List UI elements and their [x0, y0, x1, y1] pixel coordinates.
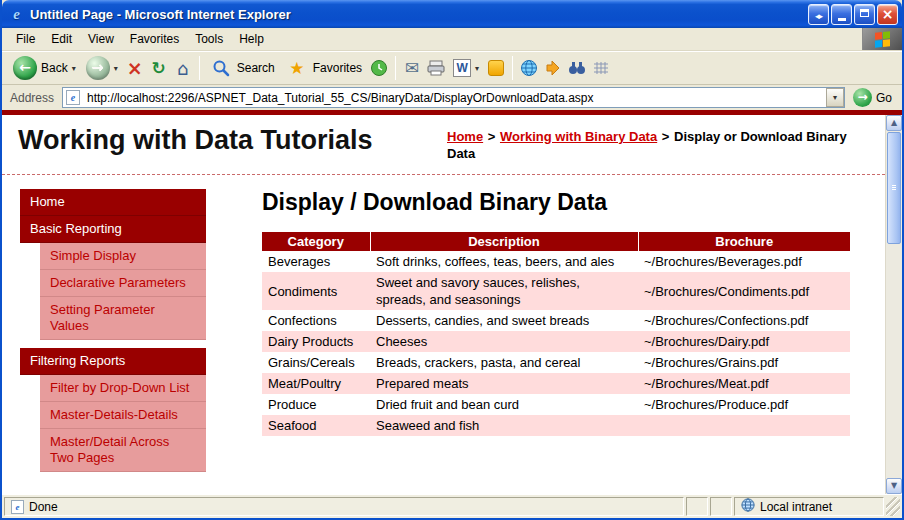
binoculars-button[interactable] — [565, 56, 589, 80]
breadcrumb-link[interactable]: Working with Binary Data — [500, 129, 657, 144]
forward-dropdown-icon[interactable]: ▾ — [114, 64, 118, 73]
search-label: Search — [237, 61, 275, 75]
address-input[interactable] — [62, 87, 845, 108]
menu-bar: FileEditViewFavoritesToolsHelp — [2, 28, 902, 51]
favorites-label: Favorites — [313, 61, 362, 75]
back-button[interactable]: ← Back ▾ — [8, 54, 81, 82]
description-cell: Desserts, candies, and sweet breads — [370, 310, 638, 331]
sidebar-item-home[interactable]: Home — [20, 189, 206, 216]
scroll-down-button[interactable]: ▼ — [886, 478, 902, 494]
edit-with-word-button[interactable]: W ▾ — [448, 57, 484, 79]
status-segment — [710, 497, 732, 516]
toolbar: ← Back ▾ → ▾ × ↻ ⌂ Search ★ Favorites ✉ — [2, 51, 902, 85]
history-button[interactable] — [367, 56, 391, 80]
favorites-button[interactable]: ★ Favorites — [280, 54, 367, 82]
status-page-icon: e — [11, 500, 24, 514]
maximize-button[interactable] — [854, 4, 875, 25]
table-header-row: CategoryDescriptionBrochure — [262, 232, 850, 251]
title-bar: e Untitled Page - Microsoft Internet Exp… — [2, 0, 902, 28]
status-message: e Done — [4, 497, 684, 516]
stop-button[interactable]: × — [123, 56, 147, 80]
go-button[interactable]: → Go — [845, 88, 898, 107]
favorites-star-icon: ★ — [285, 56, 309, 80]
forward-button[interactable]: → ▾ — [81, 54, 123, 82]
windows-flag-icon — [875, 31, 890, 48]
back-label: Back — [41, 61, 68, 75]
table-row: Grains/CerealsBreads, crackers, pasta, a… — [262, 352, 850, 373]
scroll-thumb[interactable] — [887, 132, 901, 244]
sidebar-item-declarative-parameters[interactable]: Declarative Parameters — [40, 270, 206, 297]
minimize-icon — [838, 18, 846, 21]
resize-grip[interactable] — [886, 497, 900, 516]
lightning-button[interactable] — [541, 56, 565, 80]
brochure-cell: ~/Brochures/Produce.pdf — [638, 394, 850, 415]
sidebar-item-basic-reporting[interactable]: Basic Reporting — [20, 216, 206, 243]
messenger-button[interactable] — [484, 56, 508, 80]
titlebar-arrows-button[interactable]: ◂▸ — [808, 4, 829, 25]
mail-button[interactable]: ✉ — [400, 56, 424, 80]
sidebar-item-filter-by-drop-down-list[interactable]: Filter by Drop-Down List — [40, 375, 206, 402]
print-button[interactable] — [424, 56, 448, 80]
breadcrumb: Home > Working with Binary Data > Displa… — [447, 125, 869, 162]
table-row: Dairy ProductsCheeses~/Brochures/Dairy.p… — [262, 331, 850, 352]
category-cell: Beverages — [262, 251, 370, 272]
scroll-track[interactable] — [886, 245, 902, 478]
menu-item-help[interactable]: Help — [231, 29, 272, 49]
sidebar-item-simple-display[interactable]: Simple Display — [40, 243, 206, 270]
sidebar-item-master-details-details[interactable]: Master-Details-Details — [40, 402, 206, 429]
table-row: Meat/PoultryPrepared meats~/Brochures/Me… — [262, 373, 850, 394]
brochure-cell — [638, 415, 850, 436]
sidebar-item-filtering-reports[interactable]: Filtering Reports — [20, 348, 206, 375]
menu-item-view[interactable]: View — [80, 29, 122, 49]
back-dropdown-icon[interactable]: ▾ — [72, 64, 76, 73]
status-text: Done — [29, 500, 58, 514]
category-cell: Condiments — [262, 272, 370, 310]
sidebar-item-master-detail-across-two-pages[interactable]: Master/Detail Across Two Pages — [40, 429, 206, 472]
zone-label: Local intranet — [760, 500, 832, 514]
menu-item-favorites[interactable]: Favorites — [122, 29, 187, 49]
breadcrumb-link[interactable]: Home — [447, 129, 483, 144]
status-segment — [686, 497, 708, 516]
menu-item-edit[interactable]: Edit — [43, 29, 80, 49]
breadcrumb-separator: > — [484, 129, 499, 144]
grid-button[interactable] — [589, 56, 613, 80]
menu-item-file[interactable]: File — [8, 29, 43, 49]
home-button[interactable]: ⌂ — [171, 56, 195, 80]
table-row: BeveragesSoft drinks, coffees, teas, bee… — [262, 251, 850, 272]
edit-dropdown-icon[interactable]: ▾ — [475, 64, 479, 73]
ie-icon[interactable]: e — [8, 6, 25, 23]
brochure-cell: ~/Brochures/Confections.pdf — [638, 310, 850, 331]
category-cell: Produce — [262, 394, 370, 415]
table-row: ConfectionsDesserts, candies, and sweet … — [262, 310, 850, 331]
status-bar: e Done Local intranet — [2, 494, 902, 518]
menu-item-tools[interactable]: Tools — [187, 29, 231, 49]
sidebar-item-setting-parameter-values[interactable]: Setting Parameter Values — [40, 297, 206, 340]
refresh-button[interactable]: ↻ — [147, 56, 171, 80]
description-cell: Sweet and savory sauces, relishes, sprea… — [370, 272, 638, 310]
address-bar: Address e ▾ → Go — [2, 85, 902, 110]
column-header-category: Category — [262, 232, 370, 251]
close-button[interactable]: × — [877, 4, 898, 25]
forward-icon: → — [86, 56, 110, 80]
table-row: CondimentsSweet and savory sauces, relis… — [262, 272, 850, 310]
scroll-up-button[interactable]: ▲ — [886, 115, 902, 131]
browser-viewport: Working with Data Tutorials Home > Worki… — [2, 115, 902, 494]
category-cell: Dairy Products — [262, 331, 370, 352]
category-cell: Confections — [262, 310, 370, 331]
address-dropdown-button[interactable]: ▾ — [826, 88, 844, 107]
table-body: BeveragesSoft drinks, coffees, teas, bee… — [262, 251, 850, 436]
main-content: Display / Download Binary Data CategoryD… — [206, 189, 885, 436]
category-cell: Meat/Poultry — [262, 373, 370, 394]
page-body: HomeBasic ReportingSimple DisplayDeclara… — [2, 175, 885, 472]
toolbar-separator — [395, 56, 396, 80]
globe-button[interactable] — [517, 56, 541, 80]
description-cell: Soft drinks, coffees, teas, beers, and a… — [370, 251, 638, 272]
breadcrumb-separator: > — [658, 129, 673, 144]
page-icon: e — [66, 90, 80, 105]
table-row: ProduceDried fruit and bean curd~/Brochu… — [262, 394, 850, 415]
window-switch-icon: ◂▸ — [815, 11, 822, 21]
minimize-button[interactable] — [831, 4, 852, 25]
search-button[interactable]: Search — [204, 54, 280, 82]
description-cell: Breads, crackers, pasta, and cereal — [370, 352, 638, 373]
description-cell: Seaweed and fish — [370, 415, 638, 436]
